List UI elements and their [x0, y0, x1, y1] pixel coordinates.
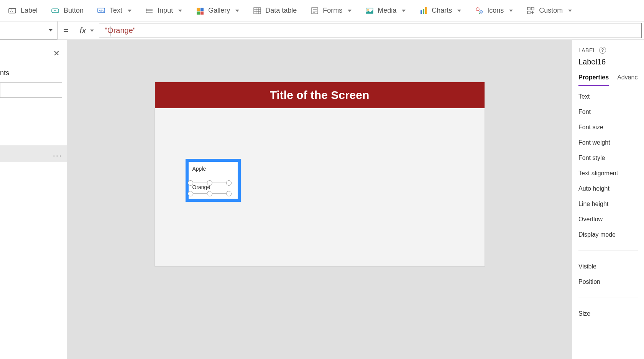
properties-tabs: Properties Advanc: [578, 72, 638, 86]
prop-font-weight[interactable]: Font weight: [578, 139, 638, 146]
control-type-text: LABEL: [578, 47, 596, 53]
ribbon-icons-text: Icons: [487, 7, 504, 15]
text-icon: Abc: [97, 7, 106, 15]
screen-title-bar[interactable]: Title of the Screen: [155, 82, 485, 108]
button-icon: [51, 7, 60, 15]
data-table-icon: [253, 7, 261, 15]
text-caret: [110, 26, 110, 36]
more-icon[interactable]: ...: [53, 149, 62, 159]
prop-font[interactable]: Font: [578, 109, 638, 115]
screen-title-text: Title of the Screen: [270, 89, 370, 102]
property-selector[interactable]: [0, 21, 58, 40]
help-icon[interactable]: ?: [599, 47, 606, 54]
resize-handle[interactable]: [188, 180, 193, 186]
prop-overflow[interactable]: Overflow: [578, 216, 638, 223]
svg-rect-10: [197, 12, 200, 15]
ribbon-charts[interactable]: Charts: [412, 0, 468, 21]
workspace: ✕ nts ... Title of the Screen Apple Oran…: [0, 40, 644, 359]
ribbon-data-table[interactable]: Data table: [246, 0, 304, 21]
svg-rect-9: [200, 8, 204, 11]
ribbon-input-text: Input: [158, 7, 173, 15]
tab-properties[interactable]: Properties: [578, 72, 609, 86]
svg-text:A: A: [10, 9, 13, 13]
prop-text-alignment[interactable]: Text alignment: [578, 170, 638, 177]
chevron-down-icon: [457, 10, 461, 12]
prop-font-size[interactable]: Font size: [578, 124, 638, 131]
control-name[interactable]: Label16: [578, 58, 638, 66]
fx-label: fx: [79, 26, 86, 36]
app-screen[interactable]: Title of the Screen Apple Orange: [155, 82, 485, 266]
ribbon-button[interactable]: Button: [44, 0, 90, 21]
svg-rect-21: [531, 7, 534, 10]
ribbon-forms[interactable]: Forms: [304, 0, 358, 21]
ribbon-charts-text: Charts: [432, 7, 452, 15]
chevron-down-icon: [178, 10, 182, 12]
ribbon-button-text: Button: [64, 7, 84, 15]
ribbon-text-text: Text: [110, 7, 122, 15]
prop-text[interactable]: Text: [578, 93, 638, 100]
ribbon-input[interactable]: Input: [138, 0, 189, 21]
chevron-down-icon: [509, 10, 513, 12]
ribbon-gallery-text: Gallery: [208, 7, 230, 15]
close-icon[interactable]: ✕: [53, 49, 60, 58]
chevron-down-icon: [402, 10, 406, 12]
input-icon: [145, 7, 154, 15]
chevron-down-icon: [90, 30, 94, 32]
properties-pane: LABEL ? Label16 Properties Advanc Text F…: [572, 40, 644, 359]
chevron-down-icon: [235, 10, 239, 12]
resize-handle[interactable]: [226, 191, 232, 196]
chevron-down-icon: [568, 10, 572, 12]
prop-line-height[interactable]: Line height: [578, 201, 638, 207]
divider: [578, 250, 638, 251]
ribbon-forms-text: Forms: [323, 7, 342, 15]
formula-value: "Orange": [105, 26, 136, 35]
formula-input[interactable]: "Orange": [99, 23, 642, 38]
svg-point-6: [146, 10, 147, 11]
prop-auto-height[interactable]: Auto height: [578, 185, 638, 192]
ribbon-custom[interactable]: Custom: [520, 0, 579, 21]
listbox-control[interactable]: Apple Orange: [186, 159, 241, 202]
prop-visible[interactable]: Visible: [578, 263, 638, 270]
fx-button[interactable]: fx: [74, 21, 99, 40]
pane-header: ✕: [0, 40, 67, 67]
canvas-area[interactable]: Title of the Screen Apple Orange: [67, 40, 572, 359]
prop-position[interactable]: Position: [578, 278, 638, 285]
components-section: nts: [0, 67, 67, 103]
chevron-down-icon: [128, 10, 131, 12]
ribbon-gallery[interactable]: Gallery: [189, 0, 246, 21]
svg-rect-16: [421, 10, 422, 14]
svg-rect-12: [254, 8, 261, 14]
svg-point-19: [476, 8, 479, 11]
prop-size[interactable]: Size: [578, 310, 638, 317]
charts-icon: [419, 7, 428, 15]
svg-point-5: [146, 8, 147, 10]
ribbon-label-text: Label: [21, 7, 38, 15]
svg-rect-20: [527, 7, 530, 10]
ribbon-custom-text: Custom: [539, 7, 563, 15]
list-item[interactable]: Apple: [192, 164, 235, 173]
ribbon-text[interactable]: Abc Text: [90, 0, 138, 21]
svg-rect-17: [423, 9, 424, 14]
ribbon-label[interactable]: A Label: [2, 0, 44, 21]
formula-bar: = fx "Orange": [0, 21, 644, 40]
ribbon-datatable-text: Data table: [265, 7, 297, 15]
svg-text:Abc: Abc: [99, 9, 104, 12]
svg-rect-8: [197, 8, 200, 11]
divider: [578, 298, 638, 298]
custom-icon: [527, 7, 535, 15]
resize-handle[interactable]: [207, 180, 212, 186]
label-icon: A: [8, 7, 17, 15]
prop-display-mode[interactable]: Display mode: [578, 231, 638, 238]
prop-font-style[interactable]: Font style: [578, 155, 638, 161]
icons-icon: [475, 7, 483, 15]
svg-point-15: [367, 9, 369, 11]
ribbon-icons[interactable]: Icons: [468, 0, 520, 21]
ribbon-media[interactable]: Media: [358, 0, 412, 21]
tree-selected-row[interactable]: ...: [0, 145, 67, 162]
chevron-down-icon: [348, 10, 352, 12]
search-input[interactable]: [0, 82, 62, 98]
resize-handle[interactable]: [226, 180, 232, 186]
tab-advanced[interactable]: Advanc: [617, 72, 637, 86]
resize-handle[interactable]: [207, 191, 212, 196]
resize-handle[interactable]: [188, 191, 193, 196]
